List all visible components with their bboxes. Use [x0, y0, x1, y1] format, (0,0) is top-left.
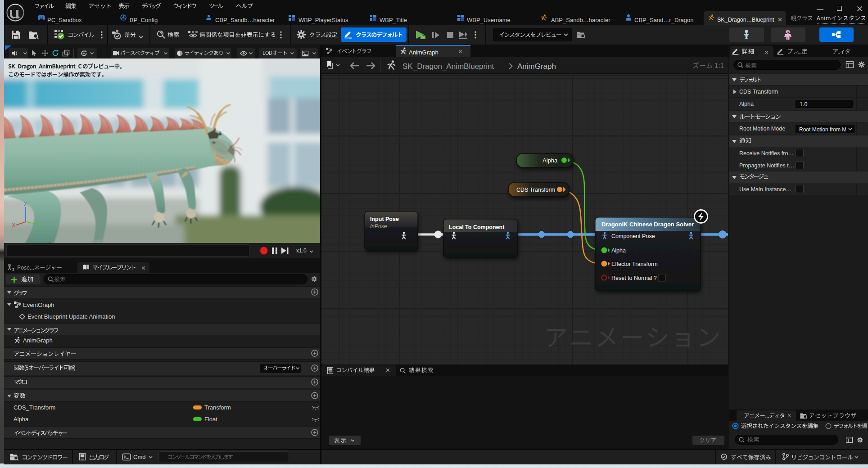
svg-text:Z: Z [24, 202, 27, 207]
svg-text:Alpha: Alpha [611, 248, 626, 254]
svg-text:InPose: InPose [370, 223, 387, 230]
svg-text:Effector Transform: Effector Transform [611, 261, 658, 267]
svg-text:Input Pose: Input Pose [370, 216, 399, 222]
svg-text:X: X [12, 222, 16, 228]
svg-text:Y: Y [40, 222, 44, 227]
svg-text:CDS Transform: CDS Transform [516, 187, 555, 193]
svg-text:DragonIK Chinese Dragon Solver: DragonIK Chinese Dragon Solver [601, 221, 694, 228]
svg-text:Reset to Normal ?: Reset to Normal ? [611, 275, 657, 281]
svg-text:Alpha: Alpha [542, 157, 558, 164]
svg-text:Component Pose: Component Pose [611, 233, 655, 239]
svg-text:Local To Component: Local To Component [449, 224, 505, 230]
